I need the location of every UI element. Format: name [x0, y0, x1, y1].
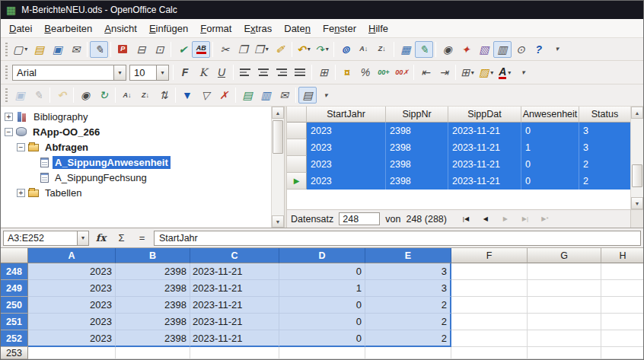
expand-icon[interactable]: + — [5, 113, 13, 121]
first-record-button[interactable]: |◀ — [458, 212, 473, 225]
cell[interactable] — [190, 347, 279, 359]
cell[interactable] — [28, 347, 116, 359]
row-header[interactable]: 253 — [1, 347, 28, 359]
column-header-anwesenheit[interactable]: Anwesenheit — [521, 107, 579, 123]
sort-button[interactable]: ⇅ — [155, 87, 173, 104]
hyperlink-button[interactable]: ⊚ — [336, 41, 355, 58]
function-wizard-button[interactable]: fx — [92, 231, 110, 246]
cell[interactable] — [601, 263, 643, 280]
background-color-button[interactable]: ▨ — [477, 64, 496, 81]
cell[interactable] — [528, 314, 601, 330]
cell[interactable]: 2 — [365, 330, 451, 347]
row-handle[interactable] — [287, 139, 307, 156]
scrollbar-track[interactable] — [631, 119, 643, 197]
mail-merge-button[interactable]: ✉ — [275, 87, 293, 104]
merge-cells-button[interactable]: ⊞ — [314, 64, 333, 81]
scrollbar-thumb[interactable] — [632, 164, 642, 187]
grid-corner[interactable] — [287, 107, 307, 123]
grid-cell[interactable]: 2398 — [386, 139, 448, 156]
font-color-button[interactable]: A — [496, 64, 514, 81]
cell[interactable] — [601, 280, 643, 297]
cell[interactable] — [116, 347, 190, 359]
menu-fenster[interactable]: Fenster — [317, 21, 362, 37]
refresh-button[interactable]: ↻ — [94, 87, 113, 104]
autofilter-button[interactable]: ▼ — [178, 87, 196, 104]
cell[interactable]: 2398 — [116, 330, 190, 347]
sum-button[interactable]: Σ — [113, 231, 130, 246]
toolbar-grip[interactable] — [5, 43, 8, 56]
grid-cell[interactable]: 3 — [579, 139, 631, 156]
align-right-button[interactable] — [273, 64, 291, 81]
name-box[interactable]: A3:E252 ▾ — [3, 231, 89, 246]
cell[interactable] — [279, 347, 365, 359]
copy-button[interactable]: ❐ — [234, 41, 252, 58]
navigator-button[interactable]: ✦ — [457, 41, 475, 58]
cell[interactable]: 2023-11-21 — [190, 263, 279, 280]
cut-button[interactable]: ✂ — [215, 41, 234, 58]
dropdown-icon[interactable]: ▾ — [156, 65, 168, 80]
scroll-down-icon[interactable]: ▼ — [272, 215, 284, 228]
grid-cell[interactable]: 2023-11-21 — [448, 173, 521, 190]
cell[interactable] — [528, 347, 601, 359]
gallery-button[interactable]: ▧ — [475, 41, 493, 58]
toolbar-grip[interactable] — [5, 65, 8, 79]
grid-scrollbar[interactable]: ▲ ▼ — [630, 107, 643, 209]
print-button[interactable]: ⊟ — [132, 41, 150, 58]
cell[interactable]: 3 — [365, 280, 451, 297]
tree-scrollbar[interactable]: ▲ ▼ — [271, 107, 284, 228]
align-justify-button[interactable] — [291, 64, 309, 81]
grid-cell[interactable]: 2 — [579, 173, 631, 190]
record-number-input[interactable]: 248 — [339, 212, 380, 225]
cell[interactable] — [365, 347, 451, 359]
cell[interactable]: 0 — [279, 330, 365, 347]
zoom-button[interactable]: ⊙ — [512, 41, 530, 58]
cell[interactable] — [528, 297, 601, 314]
grid-cell[interactable]: 2023-11-21 — [448, 156, 521, 173]
reset-filter-button[interactable]: ✗ — [215, 87, 233, 104]
menu-hilfe[interactable]: Hilfe — [362, 21, 394, 37]
open-button[interactable]: ▤ — [30, 41, 48, 58]
row-header[interactable]: 251 — [1, 314, 28, 330]
grid-cell[interactable]: 1 — [521, 139, 579, 156]
cell[interactable]: 2398 — [116, 314, 190, 330]
column-header-status[interactable]: Status — [579, 107, 631, 123]
cell[interactable] — [601, 314, 643, 330]
scroll-up-icon[interactable]: ▲ — [272, 107, 284, 119]
tree-item-bibliography[interactable]: + Bibliography — [1, 109, 271, 124]
grid-cell[interactable]: 2398 — [386, 156, 448, 173]
previous-record-button[interactable]: ◀ — [478, 212, 493, 225]
toolbar-options-button[interactable]: ▾ — [548, 41, 566, 58]
toolbar-grip[interactable] — [5, 88, 8, 102]
align-left-button[interactable] — [236, 64, 254, 81]
cell[interactable] — [601, 297, 643, 314]
column-header-a[interactable]: A — [28, 248, 116, 263]
show-draw-functions-button[interactable]: ✎ — [415, 41, 433, 58]
expand-icon[interactable]: + — [17, 189, 25, 197]
cell[interactable]: 2 — [365, 314, 451, 330]
row-handle[interactable] — [287, 156, 307, 173]
sort-descending-button[interactable]: Z↓ — [373, 41, 391, 58]
font-size-combo[interactable]: 10▾ — [129, 65, 169, 81]
grid-row[interactable]: 2023 2398 2023-11-21 0 3 — [287, 123, 630, 139]
paste-button[interactable]: ❒ — [252, 41, 271, 58]
cell[interactable] — [451, 280, 528, 297]
menu-format[interactable]: Format — [194, 21, 238, 37]
grid-cell[interactable]: 2023-11-21 — [448, 123, 521, 139]
next-record-button[interactable]: ▶ — [498, 212, 512, 225]
edit-data-button[interactable]: ✎ — [29, 87, 47, 104]
row-handle[interactable] — [287, 123, 307, 139]
spellcheck-button[interactable]: ✔ — [174, 41, 192, 58]
cell[interactable]: 2398 — [116, 263, 190, 280]
grid-cell[interactable]: 2398 — [386, 173, 448, 190]
data-sources-button[interactable]: ▥ — [493, 41, 512, 58]
format-paintbrush-button[interactable]: ✐ — [271, 41, 289, 58]
cell[interactable] — [528, 330, 601, 347]
borders-button[interactable]: ⊞ — [458, 64, 477, 81]
menu-datei[interactable]: Datei — [3, 21, 38, 37]
cell[interactable]: 2 — [365, 297, 451, 314]
autospellcheck-button[interactable]: AB — [192, 41, 210, 58]
cell[interactable]: 2398 — [116, 297, 190, 314]
bold-button[interactable]: F — [176, 64, 194, 81]
increase-indent-button[interactable]: ⇥ — [435, 64, 453, 81]
menu-extras[interactable]: Extras — [238, 21, 278, 37]
